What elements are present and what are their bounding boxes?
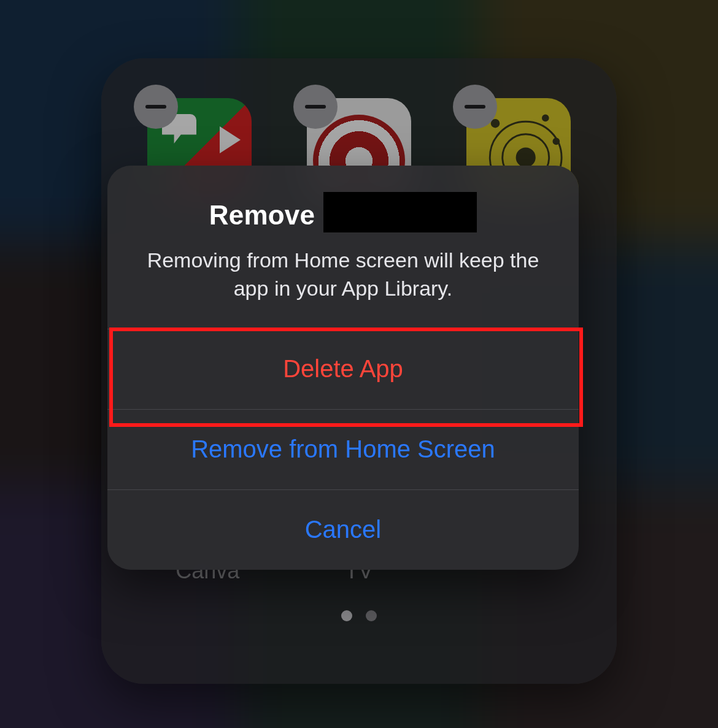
- alert-header: Remove Removing from Home screen will ke…: [107, 166, 579, 329]
- delete-app-button[interactable]: Delete App: [107, 329, 579, 410]
- cancel-button[interactable]: Cancel: [107, 490, 579, 570]
- remove-badge-icon[interactable]: [453, 85, 497, 129]
- remove-from-home-button[interactable]: Remove from Home Screen: [107, 410, 579, 490]
- alert-title: Remove: [209, 195, 477, 236]
- alert-subtitle: Removing from Home screen will keep the …: [132, 247, 554, 303]
- alert-title-prefix: Remove: [209, 200, 315, 231]
- remove-badge-icon[interactable]: [134, 85, 178, 129]
- remove-app-alert: Remove Removing from Home screen will ke…: [107, 166, 579, 570]
- redacted-app-name: [323, 192, 477, 232]
- remove-badge-icon[interactable]: [293, 85, 338, 129]
